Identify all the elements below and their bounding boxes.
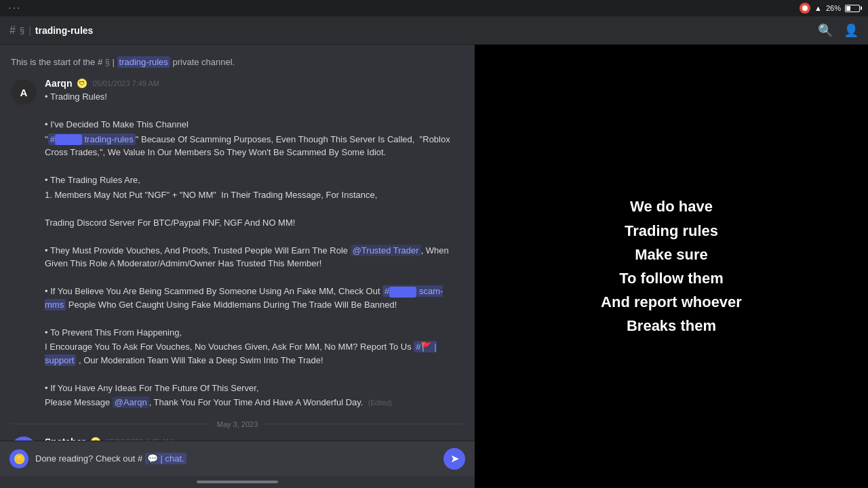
avatar-aarqn: A — [11, 79, 37, 105]
channel-header: # § | trading-rules 🔍 👤 — [0, 16, 868, 45]
line-4: • The Trading Rules Are, — [45, 174, 464, 187]
status-bar: ··· ▲ 26% — [0, 0, 868, 16]
date-line-left — [11, 424, 212, 424]
search-icon[interactable]: 🔍 — [818, 23, 833, 38]
channel-header-left: # § | trading-rules — [9, 24, 812, 37]
right-panel-text: We do have Trading rules Make sure To fo… — [587, 181, 755, 351]
battery-percent: 26% — [826, 4, 841, 12]
status-bar-right: ▲ 26% — [800, 3, 860, 14]
message-content-aarqn: Aarqn 🛡 05/01/2023 7:49 AM • Trading Rul… — [45, 78, 464, 411]
channel-mention-chat[interactable]: 💬 | chat. — [145, 453, 186, 464]
record-icon — [800, 3, 810, 14]
record-dot — [802, 5, 808, 11]
right-line-1: We do have — [601, 195, 742, 218]
line-6: Trading Discord Server For BTC/Paypal FN… — [45, 216, 464, 230]
date-text: May 3, 2023 — [217, 420, 258, 428]
channel-name-header: trading-rules — [35, 25, 94, 36]
line-5: 1. Members May Not Put "NGF" + "NO MM" I… — [45, 188, 464, 202]
line-12: Please Message @Aarqn, Thank You For You… — [45, 396, 464, 409]
profile-icon[interactable]: 👤 — [844, 23, 859, 38]
right-panel: We do have Trading rules Make sure To fo… — [475, 45, 868, 488]
username-aarqn: Aarqn — [45, 78, 72, 89]
date-line-right — [263, 424, 464, 424]
mod-badge-aarqn: 🛡 — [77, 79, 87, 88]
line-3: "# trading-rules" Because Of Scamming Pu… — [45, 133, 464, 159]
right-line-4: To follow them — [601, 266, 742, 290]
swipe-bar — [0, 476, 475, 488]
date-separator: May 3, 2023 — [0, 415, 475, 434]
send-button[interactable]: ➤ — [443, 448, 465, 470]
edited-tag: (Edited) — [368, 399, 392, 407]
bottom-text-static: Done reading? Check out # — [35, 453, 142, 464]
three-dots: ··· — [8, 2, 21, 14]
right-line-3: Make sure — [601, 243, 742, 266]
right-line-6: Breaks them — [601, 314, 742, 338]
send-icon: ➤ — [450, 452, 459, 465]
wifi-icon: ▲ — [814, 4, 822, 12]
channel-mention-scam-mms[interactable]: # scam-mms — [45, 285, 443, 310]
bottom-icon-emoji: 🪙 — [14, 453, 25, 464]
right-line-2: Trading rules — [601, 219, 742, 243]
blurred-name-1 — [55, 134, 82, 145]
channel-start-mention[interactable]: trading-rules — [117, 56, 170, 68]
swipe-indicator — [197, 481, 278, 483]
timestamp-aarqn: 05/01/2023 7:49 AM — [92, 79, 159, 87]
bottom-text: Done reading? Check out # 💬 | chat. — [35, 453, 437, 464]
channel-mention-support[interactable]: #🚩 | support — [45, 341, 437, 366]
line-10: I Encourage You To Ask For Vouches, No V… — [45, 340, 464, 367]
right-line-5: And report whoever — [601, 290, 742, 314]
channel-mention-trading-rules[interactable]: # trading-rules — [48, 134, 136, 145]
battery-box — [845, 5, 860, 12]
message-aarqn: A Aarqn 🛡 05/01/2023 7:49 AM • Trading R… — [0, 75, 475, 413]
mention-trusted-trader[interactable]: @Trusted Trader — [351, 245, 421, 256]
dollar-icon: § — [20, 25, 24, 35]
line-1: • Trading Rules! — [45, 90, 464, 104]
battery-tip — [861, 7, 862, 10]
chat-content[interactable]: This is the start of the # § | trading-r… — [0, 45, 475, 441]
line-2: • I've Decided To Make This Channel — [45, 118, 464, 131]
channel-separator: | — [28, 25, 31, 36]
channel-start: This is the start of the # § | trading-r… — [0, 52, 475, 75]
chat-area: This is the start of the # § | trading-r… — [0, 45, 475, 488]
line-7: • They Must Provide Vouches, And Proofs,… — [45, 244, 464, 270]
bottom-icon: 🪙 — [9, 449, 28, 468]
channel-start-text: This is the start of the # § | trading-r… — [11, 56, 235, 68]
blurred-name-2 — [389, 287, 416, 298]
line-9: • To Prevent This From Happening, — [45, 326, 464, 340]
channel-header-right: 🔍 👤 — [818, 23, 859, 38]
line-11: • If You Have Any Ideas For The Future O… — [45, 382, 464, 395]
message-text-aarqn: • Trading Rules! • I've Decided To Make … — [45, 90, 464, 409]
message-spatcher: S Spatcher ✓ 05/03/2023 4:45 AM Please n… — [0, 434, 475, 441]
bottom-bar: 🪙 Done reading? Check out # 💬 | chat. ➤ — [0, 441, 475, 476]
line-8: • If You Believe You Are Being Scammed B… — [45, 285, 464, 311]
main-area: This is the start of the # § | trading-r… — [0, 45, 868, 488]
hash-icon: # — [9, 24, 16, 37]
battery-fill — [846, 6, 850, 11]
message-header-aarqn: Aarqn 🛡 05/01/2023 7:49 AM — [45, 78, 464, 89]
mention-aarqn[interactable]: @Aarqn — [113, 396, 149, 408]
status-bar-left: ··· — [8, 2, 21, 14]
